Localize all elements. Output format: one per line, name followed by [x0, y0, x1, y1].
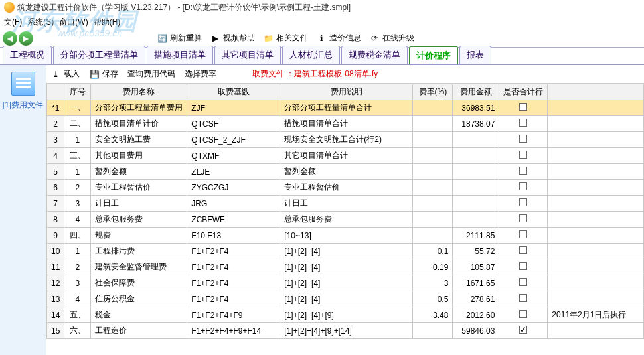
cell-name[interactable]: 规费 [91, 228, 187, 244]
tab-bill[interactable]: 分部分项工程量清单 [53, 46, 145, 64]
cell-desc[interactable]: 总承包服务费 [280, 212, 413, 228]
cell-note[interactable] [548, 291, 644, 307]
cell-note[interactable] [548, 323, 644, 339]
cell-base[interactable]: F1+F2+F4+F9+F14 [187, 323, 280, 339]
cell-note[interactable] [548, 244, 644, 259]
table-row[interactable]: 51暂列金额ZLJE暂列金额 [47, 164, 644, 180]
cell-note[interactable] [548, 100, 644, 116]
cell-seq[interactable]: 2 [64, 180, 91, 196]
tab-fees[interactable]: 规费税金清单 [341, 46, 408, 64]
cell-desc[interactable]: 专业工程暂估价 [280, 180, 413, 196]
cell-name[interactable]: 暂列金额 [91, 164, 187, 180]
checkbox-icon[interactable] [519, 103, 527, 111]
select-rate-button[interactable]: 选择费率 [185, 68, 216, 80]
cell-chk[interactable] [499, 148, 548, 164]
cell-name[interactable]: 税金 [91, 307, 187, 323]
cell-base[interactable]: ZJF [187, 100, 280, 116]
cell-desc[interactable]: [1]+[2]+[4]+[9]+[14] [280, 323, 413, 339]
menu-help[interactable]: 帮助(H) [94, 17, 121, 28]
cell-desc[interactable]: 措施项目清单合计 [280, 116, 413, 132]
cell-desc[interactable]: 现场安全文明施工合计(行2) [280, 132, 413, 148]
cell-amt[interactable]: 278.61 [453, 291, 499, 307]
table-row[interactable]: 62专业工程暂估价ZYGCZGJ专业工程暂估价 [47, 180, 644, 196]
cell-base[interactable]: F1+F2+F4 [187, 275, 280, 291]
col-desc[interactable]: 费用说明 [280, 84, 413, 100]
cell-name[interactable]: 分部分项工程量清单费用 [91, 100, 187, 116]
row-number[interactable]: 4 [47, 148, 64, 164]
cell-note[interactable] [548, 275, 644, 291]
cell-rate[interactable] [413, 164, 453, 180]
cell-seq[interactable]: 3 [64, 275, 91, 291]
cell-rate[interactable] [413, 323, 453, 339]
cell-chk[interactable] [499, 291, 548, 307]
import-button[interactable]: ⤓载入 [50, 68, 80, 80]
cell-chk[interactable] [499, 275, 548, 291]
row-number[interactable]: 15 [47, 323, 64, 339]
cell-amt[interactable] [453, 148, 499, 164]
cell-rate[interactable] [413, 116, 453, 132]
cell-name[interactable]: 工程排污费 [91, 244, 187, 259]
query-code-button[interactable]: 查询费用代码 [127, 68, 175, 80]
cell-base[interactable]: QTCSF [187, 116, 280, 132]
cell-name[interactable]: 工程造价 [91, 323, 187, 339]
checkbox-icon[interactable] [519, 326, 527, 334]
nav-back-button[interactable]: ◄ [3, 31, 17, 46]
cell-desc[interactable]: 其它项目清单合计 [280, 148, 413, 164]
table-row[interactable]: 101工程排污费F1+F2+F4[1]+[2]+[4]0.155.72 [47, 244, 644, 259]
cell-desc[interactable]: [1]+[2]+[4] [280, 259, 413, 275]
row-number[interactable]: 6 [47, 180, 64, 196]
tab-rcj[interactable]: 人材机汇总 [282, 46, 340, 64]
table-row[interactable]: 15六、工程造价F1+F2+F4+F9+F14[1]+[2]+[4]+[9]+[… [47, 323, 644, 339]
cell-chk[interactable] [499, 228, 548, 244]
cell-note[interactable] [548, 196, 644, 212]
pricing-grid[interactable]: 序号 费用名称 取费基数 费用说明 费率(%) 费用金额 是否合计行 *1一、分… [46, 84, 644, 339]
cell-rate[interactable] [413, 100, 453, 116]
col-name[interactable]: 费用名称 [91, 84, 187, 100]
col-chk[interactable]: 是否合计行 [499, 84, 548, 100]
cell-amt[interactable] [453, 132, 499, 148]
row-number[interactable]: 2 [47, 116, 64, 132]
cell-seq[interactable]: 4 [64, 212, 91, 228]
cell-desc[interactable]: [1]+[2]+[4] [280, 275, 413, 291]
menu-file[interactable]: 文(F) [4, 17, 22, 28]
cell-desc[interactable]: 暂列金额 [280, 164, 413, 180]
checkbox-icon[interactable] [519, 262, 527, 270]
tab-overview[interactable]: 工程概况 [3, 46, 52, 64]
cell-name[interactable]: 安全文明施工费 [91, 132, 187, 148]
cell-chk[interactable] [499, 164, 548, 180]
cell-seq[interactable]: 1 [64, 164, 91, 180]
cell-seq[interactable]: 4 [64, 291, 91, 307]
cell-note[interactable] [548, 148, 644, 164]
cell-name[interactable]: 社会保障费 [91, 275, 187, 291]
checkbox-icon[interactable] [519, 310, 527, 318]
col-amt[interactable]: 费用金额 [453, 84, 499, 100]
fee-file-icon[interactable] [11, 72, 35, 96]
row-number[interactable]: 12 [47, 275, 64, 291]
row-number[interactable]: 3 [47, 132, 64, 148]
refresh-button[interactable]: 🔄刷新重算 [157, 33, 202, 44]
cell-base[interactable]: F1+F2+F4 [187, 244, 280, 259]
cell-name[interactable]: 专业工程暂估价 [91, 180, 187, 196]
online-upgrade-button[interactable]: ⟳在线升级 [369, 33, 414, 44]
col-rate[interactable]: 费率(%) [413, 84, 453, 100]
col-seq[interactable]: 序号 [64, 84, 91, 100]
table-row[interactable]: 2二、措施项目清单计价QTCSF措施项目清单合计18738.07 [47, 116, 644, 132]
cell-note[interactable] [548, 228, 644, 244]
related-file-button[interactable]: 📁相关文件 [263, 33, 308, 44]
row-number[interactable]: 7 [47, 196, 64, 212]
cell-amt[interactable]: 2012.60 [453, 307, 499, 323]
cell-base[interactable]: ZCBFWF [187, 212, 280, 228]
cell-rate[interactable] [413, 228, 453, 244]
cell-desc[interactable]: 计日工 [280, 196, 413, 212]
cell-note[interactable]: 2011年2月1日后执行 [548, 307, 644, 323]
cell-desc[interactable]: [1]+[2]+[4]+[9] [280, 307, 413, 323]
cell-base[interactable]: JRG [187, 196, 280, 212]
cell-rate[interactable] [413, 212, 453, 228]
cell-base[interactable]: QTXMF [187, 148, 280, 164]
cell-rate[interactable] [413, 132, 453, 148]
cell-name[interactable]: 住房公积金 [91, 291, 187, 307]
cell-chk[interactable] [499, 132, 548, 148]
cell-note[interactable] [548, 259, 644, 275]
video-help-button[interactable]: ▶视频帮助 [210, 33, 255, 44]
cell-amt[interactable]: 59846.03 [453, 323, 499, 339]
